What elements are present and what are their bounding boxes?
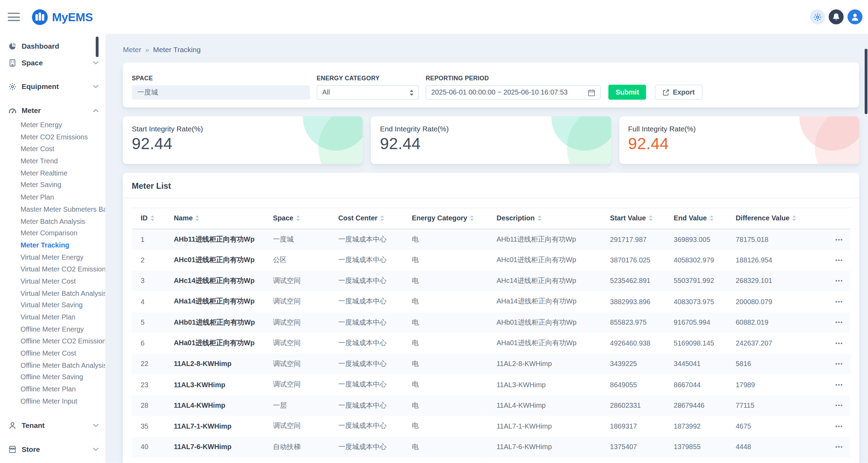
table-cell: 电	[403, 333, 488, 354]
table-row: 6AHa01进线柜正向有功Wp调试空间一度城成本中心电AHa01进线柜正向有功W…	[132, 333, 850, 354]
notifications-button[interactable]	[829, 9, 844, 24]
chevron-down-icon	[93, 423, 99, 428]
brand-name: MyEMS	[52, 10, 93, 23]
sidebar-subitem-offline-meter-saving[interactable]: Offline Meter Saving	[0, 372, 105, 384]
table-cell: 1379855	[665, 437, 727, 457]
table-cell: 4058302.979	[665, 250, 727, 270]
row-actions-button[interactable]	[832, 358, 843, 369]
table-cell: 调试空间	[264, 374, 329, 395]
brand-logo[interactable]: MyEMS	[32, 9, 93, 25]
row-actions-button[interactable]	[832, 379, 843, 390]
user-icon	[850, 12, 860, 22]
sidebar-subitem-offline-meter-cost[interactable]: Offline Meter Cost	[0, 348, 105, 360]
sidebar-link-meter[interactable]: Meter	[0, 102, 105, 119]
table-cell: 调试空间	[264, 270, 329, 291]
sidebar-subitem-offline-meter-plan[interactable]: Offline Meter Plan	[0, 384, 105, 396]
space-input[interactable]: 一度城	[132, 85, 310, 99]
row-actions-button[interactable]	[832, 275, 843, 286]
column-header-energy-category[interactable]: Energy Category	[403, 208, 488, 229]
sidebar-subitem-offline-meter-batch-analysis[interactable]: Offline Meter Batch Analysis	[0, 360, 105, 372]
sidebar-subitem-offline-meter-co2-emissions[interactable]: Offline Meter CO2 Emissions	[0, 336, 105, 348]
sidebar-link-store[interactable]: Store	[0, 441, 105, 458]
table-cell: 调试空间	[264, 354, 329, 374]
sidebar-subitem-meter-plan[interactable]: Meter Plan	[0, 192, 105, 204]
row-actions-button[interactable]	[832, 317, 843, 328]
row-actions-button[interactable]	[832, 296, 843, 307]
sidebar-submenu: Meter EnergyMeter CO2 EmissionsMeter Cos…	[0, 119, 105, 410]
sidebar-subitem-meter-cost[interactable]: Meter Cost	[0, 144, 105, 156]
table-cell: 6	[132, 333, 165, 354]
sidebar-subitem-meter-trend[interactable]: Meter Trend	[0, 156, 105, 168]
column-header-start-value[interactable]: Start Value	[601, 208, 665, 229]
sidebar-link-dashboard[interactable]: Dashboard	[0, 38, 105, 54]
table-cell: 11AL7-6-KWHimp	[165, 437, 264, 457]
row-actions-button[interactable]	[832, 234, 843, 245]
sidebar-subitem-virtual-meter-saving[interactable]: Virtual Meter Saving	[0, 300, 105, 312]
sidebar-subitem-meter-realtime[interactable]: Meter Realtime	[0, 168, 105, 180]
table-cell: 28679446	[665, 395, 727, 416]
column-header-description[interactable]: Description	[488, 208, 601, 229]
column-header-end-value[interactable]: End Value	[665, 208, 727, 229]
breadcrumb-item-meter[interactable]: Meter	[123, 45, 141, 55]
table-cell: 8649055	[601, 374, 665, 395]
sidebar-subitem-virtual-meter-batch-analysis[interactable]: Virtual Meter Batch Analysis	[0, 288, 105, 300]
sidebar-item-label: Space	[22, 58, 88, 67]
sidebar: DashboardSpaceEquipmentMeterMeter Energy…	[0, 34, 105, 463]
sidebar-subitem-meter-tracking[interactable]: Meter Tracking	[0, 240, 105, 252]
column-header-name[interactable]: Name	[165, 208, 264, 229]
menu-toggle-button[interactable]	[8, 13, 20, 21]
sidebar-subitem-meter-co2-emissions[interactable]: Meter CO2 Emissions	[0, 132, 105, 144]
column-header-cost-center[interactable]: Cost Center	[329, 208, 403, 229]
stat-label: Start Integrity Rate(%)	[132, 124, 354, 133]
sidebar-subitem-virtual-meter-co2-emissions[interactable]: Virtual Meter CO2 Emissions	[0, 264, 105, 276]
energy-category-value: All	[322, 89, 330, 96]
bell-icon	[832, 13, 840, 21]
table-cell: 电	[403, 250, 488, 270]
ellipsis-icon	[835, 363, 843, 365]
energy-category-select[interactable]: All	[317, 85, 419, 99]
stat-value: 92.44	[628, 135, 850, 153]
submit-button[interactable]: Submit	[608, 85, 646, 100]
export-button[interactable]: Export	[655, 85, 702, 100]
row-actions-button[interactable]	[832, 421, 843, 432]
row-actions-button[interactable]	[832, 254, 843, 266]
reporting-period-input[interactable]: 2025-06-01 00:00:00 ~ 2025-06-10 16:07:5…	[426, 85, 600, 99]
row-actions-button[interactable]	[832, 338, 843, 349]
meter-list-card: Meter List IDNameSpaceCost CenterEnergy …	[123, 173, 859, 463]
user-menu-button[interactable]	[847, 9, 862, 24]
sidebar-subitem-meter-energy[interactable]: Meter Energy	[0, 120, 105, 132]
sidebar-subitem-virtual-meter-plan[interactable]: Virtual Meter Plan	[0, 312, 105, 324]
table-row: 2211AL2-8-KWHimp调试空间一度城成本中心电11AL2-8-KWHi…	[132, 354, 850, 374]
calendar-icon	[588, 89, 595, 96]
table-cell: 4083073.975	[665, 291, 727, 312]
row-actions-button[interactable]	[832, 441, 843, 453]
table-cell: 一度城成本中心	[329, 229, 403, 250]
column-header-label: End Value	[674, 214, 707, 222]
table-cell: 公区	[264, 250, 329, 270]
sidebar-subitem-virtual-meter-energy[interactable]: Virtual Meter Energy	[0, 252, 105, 264]
column-header-label: Description	[497, 214, 535, 222]
sidebar-item-tenant: Tenant	[0, 417, 105, 434]
table-cell-actions	[810, 416, 850, 437]
breadcrumb-item-meter-tracking[interactable]: Meter Tracking	[153, 45, 200, 55]
settings-button[interactable]	[810, 9, 825, 24]
breadcrumb: Meter»Meter Tracking	[123, 45, 859, 55]
sidebar-subitem-offline-meter-input[interactable]: Offline Meter Input	[0, 396, 105, 408]
sidebar-scrollbar[interactable]	[96, 36, 99, 57]
table-cell: 自动扶梯	[264, 437, 329, 457]
sidebar-subitem-meter-batch-analysis[interactable]: Meter Batch Analysis	[0, 216, 105, 228]
column-header-space[interactable]: Space	[264, 208, 329, 229]
row-actions-button[interactable]	[832, 400, 843, 411]
sidebar-subitem-virtual-meter-cost[interactable]: Virtual Meter Cost	[0, 276, 105, 288]
sidebar-link-space[interactable]: Space	[0, 54, 105, 71]
stat-label: Full Integrity Rate(%)	[628, 124, 850, 133]
sidebar-subitem-offline-meter-energy[interactable]: Offline Meter Energy	[0, 324, 105, 336]
column-header-id[interactable]: ID	[132, 208, 165, 229]
page-scrollbar[interactable]	[865, 49, 867, 114]
sidebar-link-tenant[interactable]: Tenant	[0, 417, 105, 434]
column-header-difference-value[interactable]: Difference Value	[727, 208, 811, 229]
sidebar-subitem-meter-comparison[interactable]: Meter Comparison	[0, 228, 105, 240]
sidebar-subitem-master-meter-submeters-balance[interactable]: Master Meter Submeters Balance	[0, 204, 105, 216]
sidebar-link-equipment[interactable]: Equipment	[0, 78, 105, 95]
sidebar-subitem-meter-saving[interactable]: Meter Saving	[0, 180, 105, 192]
